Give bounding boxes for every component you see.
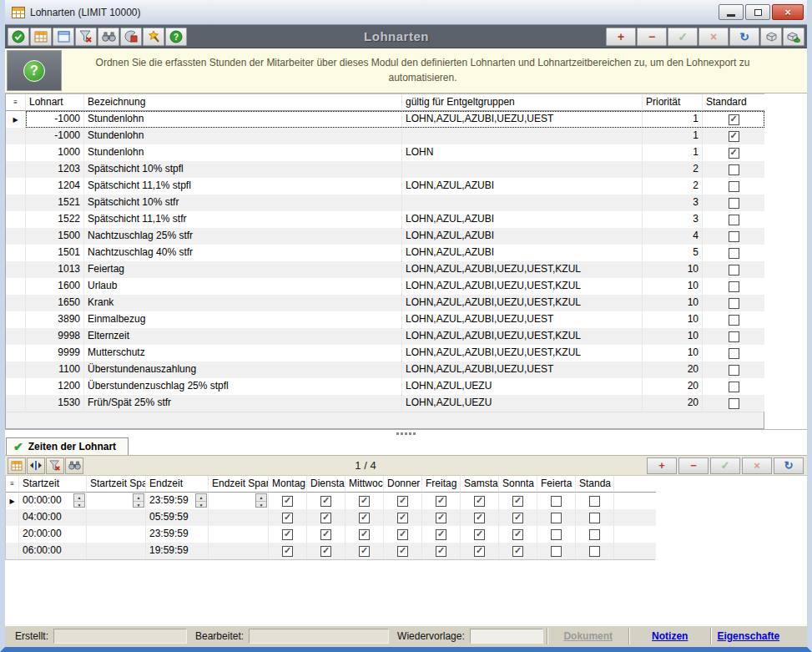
feiertag-checkbox[interactable] [551,529,562,540]
cell-prioritaet[interactable]: 20 [643,378,703,395]
table-row[interactable]: 1203Spätschicht 10% stpfl2 [6,161,764,178]
dienstag-checkbox[interactable] [320,513,331,523]
cell-standard[interactable] [703,278,764,295]
donnerstag-checkbox[interactable] [397,529,408,540]
standard-checkbox[interactable] [729,331,739,342]
export-button[interactable] [760,28,782,46]
cell-entgeltgruppen[interactable]: LOHN,AZUL,AZUBI,UEZU,UEST [402,311,643,328]
cell-entgeltgruppen[interactable]: LOHN,AZUL,AZUBI [402,228,643,245]
cell-standard[interactable] [703,161,764,178]
cell-prioritaet[interactable]: 1 [643,111,703,128]
sonntag-checkbox[interactable] [512,513,523,523]
cell-sonntag[interactable] [499,493,537,509]
cell-entgeltgruppen[interactable]: LOHN,AZUL,AZUBI [402,211,643,228]
cell-endzeit[interactable]: 23:59:59 [146,526,209,543]
cell-endzeit[interactable]: 05:59:59 [146,509,209,526]
cell-lohnart[interactable]: 1530 [26,395,84,412]
cell-lohnart[interactable]: -1000 [26,128,84,144]
cell-standard[interactable] [576,543,614,559]
sonntag-checkbox[interactable] [512,496,523,507]
titlebar[interactable]: Lohnarten (LIMIT 10000) × [5,0,807,25]
donnerstag-checkbox[interactable] [397,546,408,557]
standard-checkbox[interactable] [729,281,739,292]
cell-endzeit[interactable]: 23:59:59▲▼ [146,493,209,509]
samstag-checkbox[interactable] [474,546,485,557]
filter-remove-button[interactable] [75,28,97,46]
sonntag-checkbox[interactable] [512,546,523,557]
cell-lohnart[interactable]: -1000 [26,111,84,128]
zeiten-column-header-6[interactable]: Mittwoc [345,476,384,493]
cell-startzeit[interactable]: 00:00:00▲▼ [19,493,87,509]
cell-montag[interactable] [269,509,307,526]
cell-standard[interactable] [703,195,764,211]
mittwoch-checkbox[interactable] [359,529,370,540]
search-button[interactable] [98,28,119,46]
cell-lohnart[interactable]: 1000 [26,144,84,161]
zeiten-column-header-8[interactable]: Freitag [422,476,461,493]
cell-entgeltgruppen[interactable]: LOHN,AZUL,AZUBI,UEZU,UEST,KZUL [402,328,643,345]
cell-bezeichnung[interactable]: Spätschicht 11,1% stpfl [84,178,402,195]
montag-checkbox[interactable] [282,496,293,507]
zeiten-column-header-4[interactable]: Montag [269,476,307,493]
cell-standard[interactable] [703,361,764,378]
standard-checkbox[interactable] [729,164,739,175]
cell-samstag[interactable] [461,493,499,509]
cell-bezeichnung[interactable]: Überstundenzuschlag 25% stpfl [84,378,402,395]
cell-donnerstag[interactable] [384,493,422,509]
accept-button[interactable]: ✓ [668,28,698,46]
cell-entgeltgruppen[interactable]: LOHN,AZUL,AZUBI,UEZU,UEST,KZUL [402,261,643,278]
table-row[interactable]: 1100ÜberstundenauszahlungLOHN,AZUL,AZUBI… [6,361,764,378]
module-help-button[interactable]: ? [7,50,62,91]
cell-lohnart[interactable]: 1500 [26,228,84,245]
cell-entgeltgruppen[interactable]: LOHN,AZUL,AZUBI,UEZU,UEST [402,111,643,128]
cell-bezeichnung[interactable]: Einmalbezug [84,311,402,328]
cell-montag[interactable] [269,526,307,543]
cell-donnerstag[interactable] [384,509,422,526]
cell-entgeltgruppen[interactable]: LOHN,AZUL,UEZU [402,378,643,395]
zeiten-row[interactable]: 06:00:0019:59:59 [6,543,655,559]
cell-freitag[interactable] [422,526,461,543]
standard-checkbox[interactable] [729,365,739,376]
cell-standard[interactable] [703,328,764,345]
cell-standard[interactable] [703,144,764,161]
notizen-link[interactable]: Notizen [633,630,707,642]
table-row[interactable]: 1522Spätschicht 11,1% stfrLOHN,AZUL,AZUB… [6,211,764,228]
time-spinner[interactable]: ▲▼ [255,493,267,508]
cell-prioritaet[interactable]: 10 [643,345,703,361]
table-row[interactable]: 1500Nachtzuschlag 25% stfrLOHN,AZUL,AZUB… [6,228,764,245]
help-button[interactable]: ? [165,28,187,46]
cell-standard[interactable] [703,261,764,278]
cell-lohnart[interactable]: 1203 [26,161,84,178]
cell-startzeit[interactable]: 20:00:00 [19,526,87,543]
standard-checkbox[interactable] [729,382,739,392]
cell-bezeichnung[interactable]: Mutterschutz [84,345,402,361]
cell-mittwoch[interactable] [345,543,384,559]
restore-button[interactable] [745,4,770,20]
cell-prioritaet[interactable]: 10 [643,328,703,345]
cell-endzeit-sparte[interactable] [209,543,269,559]
standard-checkbox[interactable] [729,198,739,209]
cell-freitag[interactable] [422,509,461,526]
standard-checkbox[interactable] [729,215,739,225]
mittwoch-checkbox[interactable] [359,513,370,523]
cell-montag[interactable] [269,493,307,509]
freitag-checkbox[interactable] [436,513,446,523]
cell-endzeit-sparte[interactable]: ▲▼ [209,493,269,509]
zeiten-column-header-1[interactable]: Startzeit Spa [87,476,146,493]
column-header-3[interactable]: Priorität [643,94,703,111]
wiedervorlage-field[interactable] [470,629,543,644]
cell-mittwoch[interactable] [345,526,384,543]
cell-feiertag[interactable] [537,543,576,559]
cell-prioritaet[interactable]: 5 [643,245,703,261]
cell-lohnart[interactable]: 1204 [26,178,84,195]
cell-samstag[interactable] [461,509,499,526]
cell-dienstag[interactable] [307,543,345,559]
table-row[interactable]: 1000StundenlohnLOHN1 [6,144,764,161]
cell-endzeit-sparte[interactable] [209,526,269,543]
cell-startzeit[interactable]: 06:00:00 [19,543,87,559]
cell-endzeit[interactable]: 19:59:59 [146,543,209,559]
cell-lohnart[interactable]: 1501 [26,245,84,261]
cell-feiertag[interactable] [537,509,576,526]
cell-prioritaet[interactable]: 1 [643,128,703,144]
zeiten-column-header-5[interactable]: Diensta [307,476,345,493]
